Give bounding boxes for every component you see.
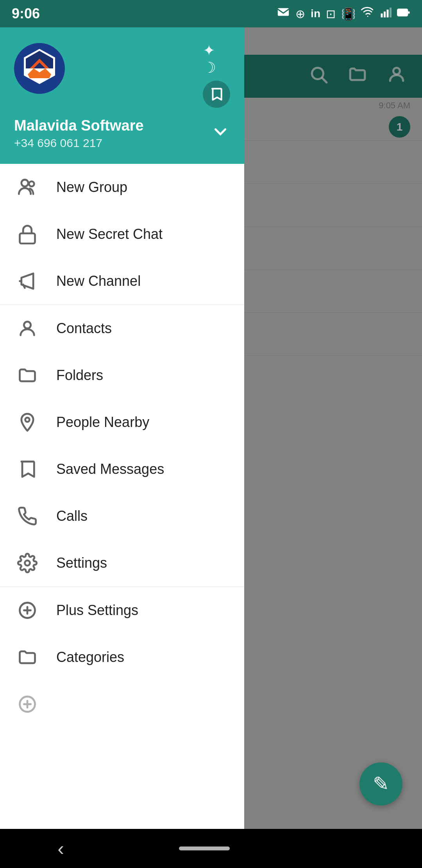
svg-rect-2	[384, 11, 386, 17]
avatar[interactable]	[14, 43, 65, 94]
menu-section-2: Contacts Folders People Nearby Saved Mes…	[0, 305, 244, 586]
svg-rect-5	[397, 9, 407, 16]
svg-rect-3	[387, 9, 389, 17]
saved-messages-header-button[interactable]	[203, 81, 230, 108]
contacts-item[interactable]: Contacts	[0, 305, 244, 352]
night-mode-button[interactable]: ✦ ☽	[203, 45, 230, 73]
gear-icon	[16, 551, 39, 575]
categories-item[interactable]: Categories	[0, 634, 244, 681]
svg-rect-1	[381, 13, 383, 17]
location-pin-icon	[16, 411, 39, 434]
drawer-user-name: Malavida Software	[14, 117, 144, 134]
svg-point-19	[25, 561, 30, 566]
svg-rect-16	[20, 233, 35, 244]
signal-status-icon	[380, 6, 392, 22]
status-bar: 9:06 ⊕ in ⊡ 📳	[0, 0, 422, 27]
plus-settings-label: Plus Settings	[56, 602, 138, 619]
saved-messages-label: Saved Messages	[56, 461, 164, 477]
svg-rect-4	[390, 7, 392, 17]
drawer-header: ✦ ☽ Malavida Software +34 696 061 217	[0, 27, 244, 164]
status-time: 9:06	[12, 5, 40, 22]
folders-icon	[16, 364, 39, 387]
linkedin-status-icon: in	[311, 7, 320, 20]
menu-section-1: New Group New Secret Chat New Channel	[0, 164, 244, 305]
people-nearby-label: People Nearby	[56, 414, 149, 430]
header-icons: ✦ ☽	[203, 43, 230, 108]
contacts-label: Contacts	[56, 320, 112, 337]
new-group-label: New Group	[56, 179, 127, 195]
new-secret-chat-item[interactable]: New Secret Chat	[0, 211, 244, 258]
compose-fab[interactable]: ✎	[359, 762, 402, 805]
status-right-icons: ⊕ in ⊡ 📳	[277, 6, 410, 22]
svg-point-14	[21, 180, 28, 187]
svg-rect-6	[408, 11, 410, 14]
settings-label: Settings	[56, 555, 107, 571]
calls-label: Calls	[56, 508, 88, 524]
drawer-user-info: Malavida Software +34 696 061 217	[14, 117, 230, 150]
group-icon	[16, 176, 39, 199]
new-channel-label: New Channel	[56, 273, 141, 289]
svg-point-17	[24, 322, 30, 328]
folders-label: Folders	[56, 367, 103, 384]
moon-icon: ✦ ☽	[203, 42, 230, 76]
plus-settings-item[interactable]: Plus Settings	[0, 587, 244, 634]
partial-menu-item[interactable]	[0, 681, 244, 728]
home-indicator[interactable]	[179, 846, 230, 850]
bottom-nav-bar: ‹	[0, 829, 422, 868]
phone-icon	[16, 504, 39, 528]
megaphone-icon	[16, 269, 39, 293]
svg-rect-0	[278, 8, 289, 16]
new-secret-chat-label: New Secret Chat	[56, 226, 163, 242]
compose-icon: ✎	[373, 773, 389, 795]
battery-status-icon	[397, 6, 410, 22]
svg-point-18	[25, 418, 30, 422]
categories-folder-icon	[16, 646, 39, 669]
new-channel-item[interactable]: New Channel	[0, 258, 244, 305]
person-icon	[16, 317, 39, 340]
categories-label: Categories	[56, 649, 124, 665]
overlay	[244, 27, 422, 829]
svg-point-15	[29, 181, 34, 187]
bookmark-icon	[209, 87, 224, 102]
location-status-icon: ⊕	[295, 7, 305, 21]
drawer-user-details: Malavida Software +34 696 061 217	[14, 117, 144, 150]
wifi-status-icon	[361, 6, 374, 22]
partial-icon	[16, 692, 39, 716]
drawer-user-phone: +34 696 061 217	[14, 136, 144, 150]
settings-item[interactable]: Settings	[0, 540, 244, 586]
plus-circle-icon	[16, 599, 39, 622]
menu-section-3: Plus Settings Categories	[0, 587, 244, 728]
lock-icon	[16, 222, 39, 246]
message-status-icon	[277, 6, 290, 22]
calendar-status-icon: ⊡	[326, 7, 336, 21]
vibrate-status-icon: 📳	[341, 7, 356, 21]
navigation-drawer: ✦ ☽ Malavida Software +34 696 061 217	[0, 27, 244, 829]
drawer-header-top: ✦ ☽	[14, 43, 230, 108]
saved-bookmark-icon	[16, 457, 39, 481]
saved-messages-item[interactable]: Saved Messages	[0, 446, 244, 493]
new-group-item[interactable]: New Group	[0, 164, 244, 211]
calls-item[interactable]: Calls	[0, 493, 244, 540]
folders-item[interactable]: Folders	[0, 352, 244, 399]
expand-accounts-button[interactable]	[211, 122, 230, 145]
people-nearby-item[interactable]: People Nearby	[0, 399, 244, 446]
back-button[interactable]: ‹	[57, 837, 64, 860]
